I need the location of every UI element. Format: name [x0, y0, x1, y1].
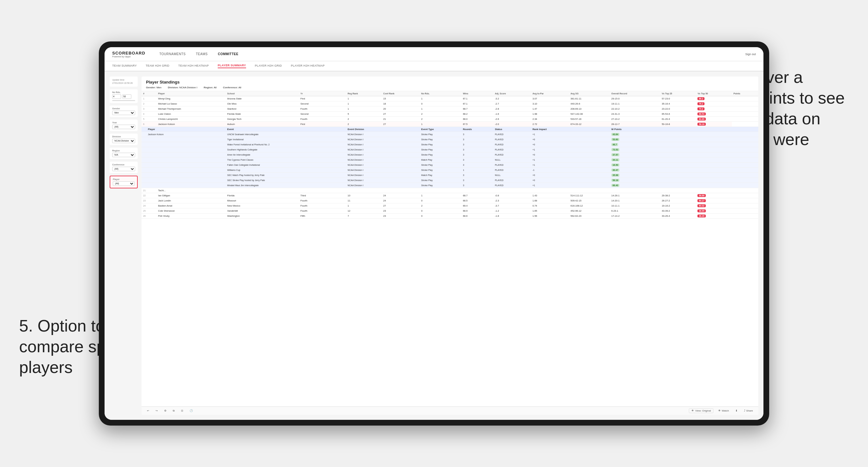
- table-row-highlighted[interactable]: 6Jackson KolsonAuburnFirst 227167.5-2.02…: [142, 122, 758, 127]
- settings-btn[interactable]: ⚙: [162, 409, 168, 413]
- table-row[interactable]: 21Tachi...: [142, 188, 758, 193]
- no-rds-label: No Rds.: [112, 91, 135, 93]
- year-label: Year: [112, 121, 135, 124]
- player-standings-table: # Player School Yr Reg Rank Conf Rank No…: [142, 91, 758, 219]
- watch-label: Watch: [722, 409, 729, 412]
- clock-btn[interactable]: 🕐: [188, 409, 194, 413]
- table-row[interactable]: 4Luke ClatonFlorida StateSecond 527268.2…: [142, 112, 758, 117]
- gender-select[interactable]: Men: [112, 111, 135, 115]
- table-row[interactable]: 26Petr HrubyWashingtonFifth 723068.6-1.8…: [142, 214, 758, 219]
- sub-nav-player-h2h-grid[interactable]: PLAYER H2H GRID: [255, 64, 282, 68]
- sidebar-update-time: Update time: 27/01/2024 16:56:26: [110, 76, 138, 87]
- event-row[interactable]: Williams Cup NCAA Division I Stroke Play…: [142, 168, 758, 173]
- table-container: # Player School Yr Reg Rank Conf Rank No…: [142, 91, 758, 406]
- no-rds-slider[interactable]: [112, 100, 135, 101]
- redo-btn[interactable]: ↪: [154, 409, 159, 413]
- filter-conference-label: Conference: All: [223, 86, 241, 89]
- sign-out-link[interactable]: Sign out: [745, 53, 756, 56]
- event-sub-header-row: Player Event Event Division Event Type R…: [142, 127, 758, 132]
- table-row[interactable]: 25Cole SherwoodVanderbiltFourth 1223068.…: [142, 209, 758, 214]
- table-row[interactable]: 3Michael ThorbjornsenStanfordFourth 1201…: [142, 106, 758, 112]
- main-content: Update time: 27/01/2024 16:56:26 No Rds.: [104, 71, 764, 420]
- col-adj-score: Adj. Score: [493, 91, 531, 96]
- col-avg-to-par: Avg to-Par: [531, 91, 569, 96]
- view-icon: 👁: [691, 409, 694, 412]
- filter-gender-label: Gender: Men: [146, 86, 161, 89]
- sidebar: Update time: 27/01/2024 16:56:26 No Rds.: [110, 76, 138, 415]
- table-row[interactable]: 23Jack LundinMissouriFourth 1124068.5-2.…: [142, 198, 758, 204]
- view-original-btn[interactable]: 👁 View: Original: [689, 408, 713, 413]
- year-select[interactable]: (All): [112, 125, 135, 129]
- event-row[interactable]: Southern Highlands Collegiate NCAA Divis…: [142, 147, 758, 152]
- col-conf-rank: Conf Rank: [381, 91, 420, 96]
- content-panel: Player Standings Gender: Men Division: N…: [142, 76, 758, 415]
- share-icon: ⤴: [744, 409, 745, 412]
- download-btn[interactable]: ⬇: [734, 409, 739, 413]
- division-label: Division: [112, 135, 135, 138]
- sidebar-gender: Gender Men: [110, 105, 138, 117]
- sub-nav-player-h2h-heatmap[interactable]: PLAYER H2H HEATMAP: [291, 64, 324, 68]
- logo-area: SCOREBOARD Powered by clippd: [112, 51, 145, 58]
- no-rds-from-input[interactable]: [112, 94, 121, 99]
- col-no-rds: No Rds.: [420, 91, 461, 96]
- filter-region-label: Region: All: [204, 86, 216, 89]
- col-points: Points: [732, 91, 758, 96]
- col-rank: #: [142, 91, 156, 96]
- dash-btn[interactable]: ⊡: [180, 409, 185, 413]
- region-select[interactable]: N/A: [112, 153, 135, 157]
- sub-nav-team-h2h-grid[interactable]: TEAM H2H GRID: [146, 64, 169, 68]
- watch-btn[interactable]: 👁 Watch: [717, 409, 730, 413]
- sidebar-conference: Conference (All): [110, 162, 138, 173]
- logo-title: SCOREBOARD: [112, 51, 145, 56]
- table-row[interactable]: 24Bastien AmatNew MexicoFourth 127269.4-…: [142, 204, 758, 209]
- col-avg-sg: Avg SG: [569, 91, 610, 96]
- division-select[interactable]: NCAA Division I: [112, 139, 135, 143]
- table-row[interactable]: 2Michael La SassoOle MissSecond 118067.1…: [142, 101, 758, 106]
- event-row[interactable]: The Cypress Point Classic NCAA Division …: [142, 157, 758, 162]
- sub-nav-player-summary[interactable]: PLAYER SUMMARY: [218, 64, 246, 68]
- event-row[interactable]: SEC Stroke Play hosted by Jerry Pate NCA…: [142, 178, 758, 183]
- event-row[interactable]: Tiger Invitational NCAA Division I Strok…: [142, 137, 758, 142]
- col-reg-rank: Reg Rank: [346, 91, 382, 96]
- event-row[interactable]: Mirabel Maui Jim Intercollegiate NCAA Di…: [142, 183, 758, 188]
- filter-row: Gender: Men Division: NCAA Division I Re…: [146, 86, 754, 89]
- sidebar-year: Year (All): [110, 120, 138, 131]
- sub-nav: TEAM SUMMARY TEAM H2H GRID TEAM H2H HEAT…: [104, 61, 764, 71]
- nav-committee[interactable]: COMMITTEE: [218, 52, 239, 56]
- conference-select[interactable]: (All): [112, 167, 135, 171]
- sub-nav-team-summary[interactable]: TEAM SUMMARY: [112, 64, 137, 68]
- table-row[interactable]: 22Ian GilliganFloridaThird 1024168.7-0.8…: [142, 193, 758, 198]
- event-row[interactable]: Jackson Kolson UNCW Seahawk Intercollegi…: [142, 132, 758, 137]
- col-player: Player: [156, 91, 226, 96]
- sidebar-no-rds: No Rds.: [110, 89, 138, 103]
- col-yr: Yr: [299, 91, 346, 96]
- sidebar-division: Division NCAA Division I: [110, 133, 138, 145]
- player-select[interactable]: (All): [113, 181, 134, 186]
- table-row[interactable]: 1Wenyi DingArizona StateFirst 115167.1-3…: [142, 96, 758, 101]
- gender-label: Gender: [112, 107, 135, 110]
- undo-btn[interactable]: ↩: [145, 409, 151, 413]
- panel-title: Player Standings: [146, 80, 754, 85]
- top-nav: SCOREBOARD Powered by clippd TOURNAMENTS…: [104, 47, 764, 61]
- bottom-toolbar: ↩ ↪ ⚙ ⧉ ⊡ 🕐 👁 View: Original 👁: [142, 406, 758, 415]
- event-row[interactable]: Fallen Oak Collegiate Invitational NCAA …: [142, 162, 758, 168]
- nav-tournaments[interactable]: TOURNAMENTS: [159, 52, 186, 56]
- filter-division-label: Division: NCAA Division I: [168, 86, 197, 89]
- no-rds-range: [112, 94, 135, 99]
- conference-label: Conference: [112, 163, 135, 166]
- event-row[interactable]: Amer An Intercollegiate NCAA Division I …: [142, 152, 758, 157]
- region-label: Region: [112, 150, 135, 152]
- update-time-text: Update time: 27/01/2024 16:56:26: [112, 79, 135, 85]
- share-btn[interactable]: ⤴ Share: [742, 409, 754, 413]
- event-row[interactable]: Wake Forest Invitational at Pinehurst No…: [142, 142, 758, 147]
- sub-nav-team-h2h-heatmap[interactable]: TEAM H2H HEATMAP: [178, 64, 209, 68]
- copy-btn[interactable]: ⧉: [171, 409, 176, 413]
- col-school: School: [226, 91, 299, 96]
- event-row[interactable]: SEC Match Play hosted by Jerry Pate NCAA…: [142, 173, 758, 178]
- share-label: Share: [746, 409, 753, 412]
- sidebar-player: Player (All): [110, 176, 138, 188]
- col-vs-top50: Vs Top 50: [696, 91, 732, 96]
- nav-teams[interactable]: TEAMS: [196, 52, 208, 56]
- table-row[interactable]: 5Christo LamprechtGeorgia TechFourth 221…: [142, 117, 758, 122]
- no-rds-to-input[interactable]: [122, 94, 131, 99]
